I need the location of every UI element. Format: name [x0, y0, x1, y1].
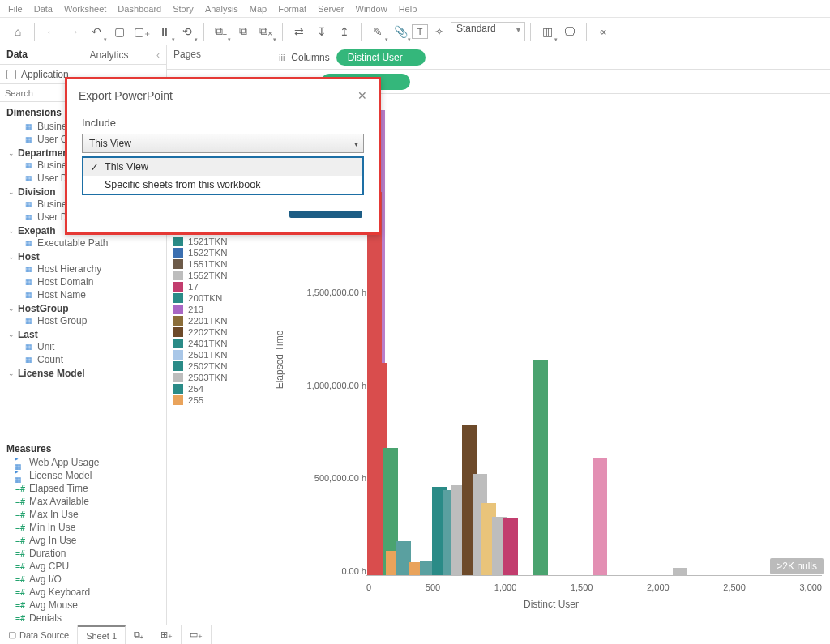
columns-label: Columns: [291, 52, 329, 63]
legend-item[interactable]: 255: [173, 395, 265, 406]
menu-data[interactable]: Data: [34, 4, 53, 14]
nulls-badge[interactable]: >2K nulls: [770, 558, 824, 574]
clear-icon[interactable]: ⧉ₓ: [255, 20, 277, 43]
measure-duration[interactable]: =#Duration: [0, 547, 166, 560]
menu-dashboard[interactable]: Dashboard: [118, 4, 161, 14]
sort-asc-icon[interactable]: ↧: [310, 20, 333, 43]
group-last[interactable]: ⌄Last: [0, 327, 166, 340]
menu-analysis[interactable]: Analysis: [205, 4, 238, 14]
field-count[interactable]: ▦Count: [0, 353, 166, 366]
measure-max in use[interactable]: =#Max In Use: [0, 508, 166, 521]
home-icon[interactable]: ⌂: [6, 20, 29, 43]
measure-license model[interactable]: ▸ ▦License Model: [0, 469, 166, 482]
sheet1-tab[interactable]: Sheet 1: [78, 625, 126, 644]
refresh-icon[interactable]: ⟲: [176, 20, 199, 43]
swap-icon[interactable]: ⇄: [288, 20, 310, 43]
share-icon[interactable]: ∝: [592, 20, 614, 43]
new-datasource-icon[interactable]: ▢₊: [130, 20, 153, 43]
include-dropdown: This View Specific sheets from this work…: [82, 156, 364, 195]
show-cards-icon[interactable]: ▥: [536, 20, 558, 43]
menu-map[interactable]: Map: [250, 4, 267, 14]
legend-item[interactable]: 2503TKN: [173, 372, 265, 383]
sort-desc-icon[interactable]: ↥: [333, 20, 356, 43]
include-select[interactable]: This View: [82, 134, 364, 153]
option-this-view[interactable]: This View: [83, 158, 362, 176]
highlight-icon[interactable]: ✎: [366, 20, 389, 43]
sheet-tabs: ▢Data Source Sheet 1 ⧉₊ ⊞₊ ▭₊: [0, 625, 830, 644]
attachment-icon[interactable]: 📎: [389, 20, 412, 43]
legend-item[interactable]: 1522TKN: [173, 247, 265, 258]
measure-avg cpu[interactable]: =#Avg CPU: [0, 560, 166, 573]
field-host domain[interactable]: ▦Host Domain: [0, 275, 166, 288]
x-axis-label: Distinct User: [524, 599, 579, 610]
columns-shelf[interactable]: iii Columns Distinct User: [272, 45, 830, 69]
legend-item[interactable]: 2502TKN: [173, 360, 265, 372]
text-icon[interactable]: T: [412, 24, 428, 39]
measure-avg i/o[interactable]: =#Avg I/O: [0, 573, 166, 586]
menu-worksheet[interactable]: Worksheet: [64, 4, 106, 14]
measure-elapsed time[interactable]: =#Elapsed Time: [0, 482, 166, 495]
x-ticks: 05001,0001,5002,0002,5003,000: [366, 582, 822, 592]
new-sheet-icon[interactable]: ⧉₊: [209, 20, 232, 43]
bar[interactable]: [673, 568, 687, 575]
legend-item[interactable]: 17: [173, 281, 265, 292]
duplicate-icon[interactable]: ⧉: [232, 20, 255, 43]
legend-item[interactable]: 1521TKN: [173, 236, 265, 247]
legend-item[interactable]: 254: [173, 383, 265, 395]
legend-item[interactable]: 1552TKN: [173, 270, 265, 281]
export-powerpoint-dialog: Export PowerPoint ✕ Include This View Th…: [65, 77, 381, 235]
field-unit[interactable]: ▦Unit: [0, 340, 166, 353]
measure-max available[interactable]: =#Max Available: [0, 495, 166, 508]
export-button[interactable]: [289, 211, 362, 218]
forward-icon[interactable]: →: [62, 20, 85, 43]
measures-tree: ▸ ▦Web App Usage▸ ▦License Model=#Elapse…: [0, 456, 166, 625]
field-host name[interactable]: ▦Host Name: [0, 288, 166, 301]
group-host[interactable]: ⌄Host: [0, 249, 166, 262]
bar[interactable]: [503, 518, 518, 575]
legend-item[interactable]: 2201TKN: [173, 315, 265, 326]
bar[interactable]: [593, 458, 607, 575]
legend-item[interactable]: 2501TKN: [173, 349, 265, 360]
back-icon[interactable]: ←: [40, 20, 62, 43]
measure-avg keyboard[interactable]: =#Avg Keyboard: [0, 586, 166, 599]
data-source-tab[interactable]: ▢Data Source: [0, 625, 78, 644]
measure-avg mouse[interactable]: =#Avg Mouse: [0, 599, 166, 612]
menu-file[interactable]: File: [8, 4, 23, 14]
field-executable path[interactable]: ▦Executable Path: [0, 237, 166, 249]
menu-window[interactable]: Window: [356, 4, 387, 14]
legend-item[interactable]: 213: [173, 304, 265, 315]
option-specific-sheets[interactable]: Specific sheets from this workbook: [83, 176, 362, 194]
pause-icon[interactable]: ⏸: [153, 20, 176, 43]
menu-story[interactable]: Story: [173, 4, 194, 14]
menu-help[interactable]: Help: [399, 4, 417, 14]
group-hostgroup[interactable]: ⌄HostGroup: [0, 301, 166, 314]
legend-item[interactable]: 2401TKN: [173, 338, 265, 349]
dimensions-label: Dimensions: [6, 107, 62, 118]
bar[interactable]: [533, 360, 548, 575]
fit-select[interactable]: Standard: [451, 22, 525, 41]
new-worksheet-icon[interactable]: ⧉₊: [126, 625, 152, 644]
close-icon[interactable]: ✕: [357, 89, 367, 102]
columns-pill[interactable]: Distinct User: [336, 49, 426, 66]
group-license model[interactable]: ⌄License Model: [0, 366, 166, 379]
measure-min in use[interactable]: =#Min In Use: [0, 521, 166, 534]
field-host group[interactable]: ▦Host Group: [0, 314, 166, 327]
field-host hierarchy[interactable]: ▦Host Hierarchy: [0, 262, 166, 275]
presentation-icon[interactable]: 🖵: [558, 20, 581, 43]
data-tab[interactable]: Data: [0, 45, 83, 64]
analytics-tab[interactable]: Analytics‹: [83, 45, 167, 64]
pin-icon[interactable]: ✧: [428, 20, 451, 43]
undo-icon[interactable]: ↶: [85, 20, 108, 43]
legend-item[interactable]: 2202TKN: [173, 326, 265, 338]
save-icon[interactable]: ▢: [108, 20, 130, 43]
legend-item[interactable]: 1551TKN: [173, 258, 265, 270]
measure-avg in use[interactable]: =#Avg In Use: [0, 534, 166, 547]
pages-shelf[interactable]: Pages: [167, 45, 272, 69]
measure-denials[interactable]: =#Denials: [0, 612, 166, 625]
menu-server[interactable]: Server: [318, 4, 344, 14]
new-story-icon[interactable]: ▭₊: [182, 625, 212, 644]
legend-item[interactable]: 200TKN: [173, 292, 265, 304]
new-dashboard-icon[interactable]: ⊞₊: [152, 625, 182, 644]
measures-label: Measures: [6, 443, 51, 454]
menu-format[interactable]: Format: [278, 4, 306, 14]
